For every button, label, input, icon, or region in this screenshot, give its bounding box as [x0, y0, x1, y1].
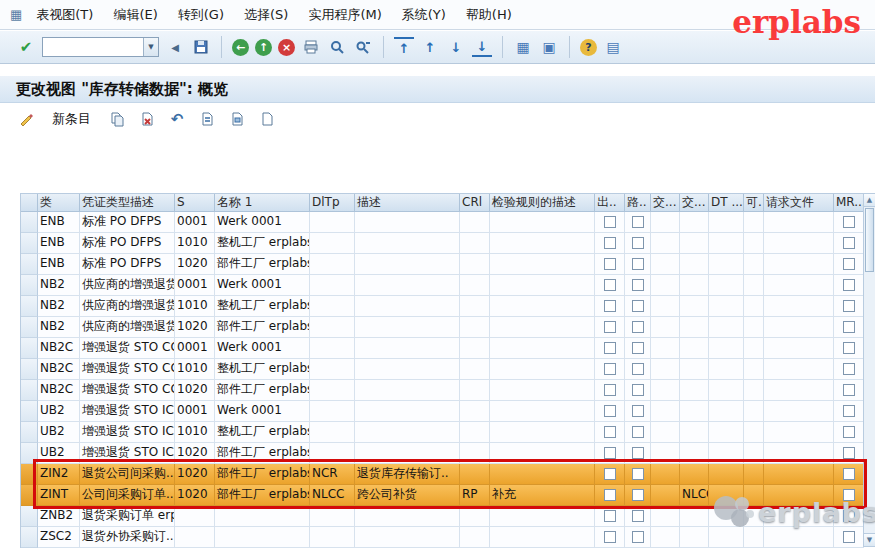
cell-req[interactable]: [764, 275, 834, 296]
cell-type[interactable]: NB2C: [38, 359, 80, 380]
cell-crl[interactable]: [460, 359, 490, 380]
cell-x2[interactable]: [680, 317, 709, 338]
row-selector[interactable]: [21, 254, 38, 275]
cell-dltp[interactable]: NLCC: [310, 485, 355, 506]
cell-doc[interactable]: 标准 PO DFPS: [80, 212, 175, 233]
table-row[interactable]: NB2C增强退货 STO CC1010整机工厂 erplabs..: [21, 359, 864, 380]
checkbox[interactable]: [843, 468, 855, 480]
column-header[interactable]: 交...: [680, 194, 709, 212]
select-all-icon[interactable]: [197, 109, 217, 129]
cell-x2[interactable]: [680, 443, 709, 464]
cell-dltp[interactable]: [310, 380, 355, 401]
cell-x2[interactable]: [680, 254, 709, 275]
row-selector[interactable]: [21, 338, 38, 359]
checkbox[interactable]: [604, 447, 616, 459]
cell-dltp[interactable]: [310, 233, 355, 254]
first-page-icon[interactable]: ↑: [394, 37, 414, 57]
enter-icon[interactable]: ✔: [16, 37, 36, 57]
cell-type[interactable]: UB2: [38, 422, 80, 443]
cell-ok[interactable]: [744, 380, 764, 401]
cell-doc[interactable]: 标准 PO DFPS: [80, 233, 175, 254]
checkbox[interactable]: [604, 363, 616, 375]
cell-desc[interactable]: [355, 443, 460, 464]
cell-type[interactable]: ENB: [38, 254, 80, 275]
cell-name[interactable]: 部件工厂 erplabs..: [215, 464, 310, 485]
cell-dt[interactable]: [709, 401, 744, 422]
row-selector[interactable]: [21, 317, 38, 338]
header-selector[interactable]: [21, 194, 38, 212]
row-selector[interactable]: [21, 212, 38, 233]
cell-ok[interactable]: [744, 422, 764, 443]
cell-crl[interactable]: [460, 338, 490, 359]
cell-x1[interactable]: [651, 359, 680, 380]
cell-type[interactable]: NB2C: [38, 338, 80, 359]
row-selector[interactable]: [21, 359, 38, 380]
deselect-all-icon[interactable]: [257, 109, 277, 129]
row-selector[interactable]: [21, 443, 38, 464]
cell-x1[interactable]: [651, 506, 680, 527]
cell-crl[interactable]: [460, 422, 490, 443]
checkbox[interactable]: [632, 216, 644, 228]
cell-crl[interactable]: [460, 506, 490, 527]
checkbox[interactable]: [604, 342, 616, 354]
cell-x1[interactable]: [651, 254, 680, 275]
cell-dltp[interactable]: [310, 506, 355, 527]
menu-item-2[interactable]: 转到(G): [168, 2, 234, 28]
table-row[interactable]: NB2供应商的增强退货1010整机工厂 erplabs..: [21, 296, 864, 317]
cell-type[interactable]: UB2: [38, 443, 80, 464]
cell-req[interactable]: [764, 464, 834, 485]
command-dropdown-icon[interactable]: ▼: [143, 38, 158, 56]
cell-s[interactable]: 0001: [175, 275, 215, 296]
column-header[interactable]: DT ...: [709, 194, 744, 212]
checkbox[interactable]: [604, 426, 616, 438]
cell-desc[interactable]: [355, 275, 460, 296]
cell-type[interactable]: NB2: [38, 275, 80, 296]
scroll-up-icon[interactable]: ▲: [864, 194, 875, 207]
cell-dt[interactable]: [709, 317, 744, 338]
new-session-icon[interactable]: ▦: [513, 37, 533, 57]
cell-dltp[interactable]: [310, 401, 355, 422]
cell-crl[interactable]: [460, 464, 490, 485]
row-selector[interactable]: [21, 422, 38, 443]
cell-doc[interactable]: 退货公司间采购..: [80, 464, 175, 485]
cell-type[interactable]: ZSC2: [38, 527, 80, 548]
cell-ok[interactable]: [744, 233, 764, 254]
row-selector[interactable]: [21, 296, 38, 317]
column-header[interactable]: 可.: [744, 194, 764, 212]
checkbox[interactable]: [843, 426, 855, 438]
checkbox[interactable]: [604, 489, 616, 501]
table-row[interactable]: UB2增强退货 STO IC1010整机工厂 erplabs..: [21, 422, 864, 443]
cell-type[interactable]: ENB: [38, 212, 80, 233]
checkbox[interactable]: [604, 510, 616, 522]
cell-ok[interactable]: [744, 464, 764, 485]
checkbox[interactable]: [843, 384, 855, 396]
cell-crl[interactable]: [460, 380, 490, 401]
checkbox[interactable]: [843, 342, 855, 354]
cell-dltp[interactable]: [310, 212, 355, 233]
checkbox[interactable]: [632, 510, 644, 522]
table-row[interactable]: ENB标准 PO DFPS1010整机工厂 erplabs..: [21, 233, 864, 254]
cell-crl[interactable]: [460, 296, 490, 317]
cell-s[interactable]: 1020: [175, 380, 215, 401]
cell-x2[interactable]: [680, 401, 709, 422]
cell-rule[interactable]: [490, 296, 595, 317]
cell-doc[interactable]: 退货外协采购订...: [80, 527, 175, 548]
cell-ok[interactable]: [744, 401, 764, 422]
cell-dt[interactable]: [709, 359, 744, 380]
cell-ok[interactable]: [744, 212, 764, 233]
delete-icon[interactable]: [137, 109, 157, 129]
cell-dltp[interactable]: [310, 296, 355, 317]
customize-layout-icon[interactable]: ▤: [603, 37, 623, 57]
cell-name[interactable]: [215, 506, 310, 527]
menu-item-3[interactable]: 选择(S): [234, 2, 298, 28]
cell-crl[interactable]: [460, 443, 490, 464]
cell-doc[interactable]: 供应商的增强退货: [80, 317, 175, 338]
print-icon[interactable]: [301, 37, 321, 57]
cell-ok[interactable]: [744, 359, 764, 380]
cell-s[interactable]: 1020: [175, 464, 215, 485]
cell-doc[interactable]: 增强退货 STO CC: [80, 338, 175, 359]
cell-s[interactable]: 1020: [175, 317, 215, 338]
checkbox[interactable]: [843, 258, 855, 270]
cell-name[interactable]: Werk 0001: [215, 212, 310, 233]
cell-name[interactable]: Werk 0001: [215, 401, 310, 422]
